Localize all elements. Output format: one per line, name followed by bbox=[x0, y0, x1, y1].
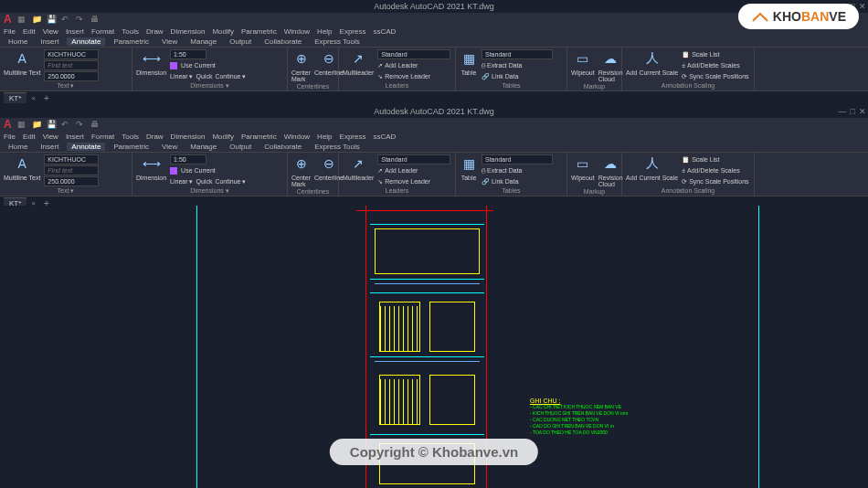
save-icon[interactable]: 💾 bbox=[47, 120, 56, 129]
link-data-button[interactable]: 🔗 Link Data bbox=[482, 71, 553, 81]
text-height-dropdown[interactable]: 250.0000 bbox=[44, 176, 99, 186]
center-mark-button[interactable]: ⊕Center Mark bbox=[291, 49, 311, 82]
multiline-text-button[interactable]: AMultiline Text bbox=[4, 154, 40, 181]
text-height-dropdown[interactable]: 250.0000 bbox=[44, 71, 99, 81]
linear-button[interactable]: Linear ▾ bbox=[170, 71, 193, 81]
menu-view[interactable]: View bbox=[43, 133, 58, 141]
menu-dimension[interactable]: Dimension bbox=[171, 27, 206, 36]
panel-title-text[interactable]: Text ▾ bbox=[4, 81, 128, 90]
multileader-button[interactable]: ↗Multileader bbox=[343, 49, 374, 76]
menu-parametric[interactable]: Parametric bbox=[241, 133, 277, 141]
menu-format[interactable]: Format bbox=[91, 27, 114, 36]
menu-modify[interactable]: Modify bbox=[212, 133, 234, 141]
menu-express[interactable]: Express bbox=[340, 27, 366, 36]
tab-close-icon[interactable]: × bbox=[28, 94, 38, 102]
menu-file[interactable]: File bbox=[4, 27, 16, 36]
continue-button[interactable]: Continue ▾ bbox=[215, 71, 246, 81]
linear-button[interactable]: Linear ▾ bbox=[170, 176, 193, 186]
add-scale-button[interactable]: 人Add Current Scale bbox=[626, 154, 678, 181]
close-icon[interactable]: ✕ bbox=[859, 107, 866, 116]
menu-help[interactable]: Help bbox=[317, 27, 332, 36]
center-mark-button[interactable]: ⊕Center Mark bbox=[291, 154, 311, 187]
table-style-dropdown[interactable]: Standard bbox=[482, 154, 553, 164]
sync-scale-button[interactable]: ⟳ Sync Scale Positions bbox=[682, 71, 748, 81]
open-icon[interactable]: 📁 bbox=[32, 120, 41, 129]
tab-annotate[interactable]: Annotate bbox=[67, 143, 105, 151]
text-style-dropdown[interactable]: KICHTHUOC bbox=[44, 49, 99, 59]
redo-icon[interactable]: ↷ bbox=[76, 15, 85, 24]
tab-insert[interactable]: Insert bbox=[36, 37, 63, 46]
tab-collaborate[interactable]: Collaborate bbox=[259, 37, 306, 46]
menu-parametric[interactable]: Parametric bbox=[241, 27, 277, 36]
redo-icon[interactable]: ↷ bbox=[76, 120, 85, 129]
undo-icon[interactable]: ↶ bbox=[61, 15, 70, 24]
menu-express[interactable]: Express bbox=[340, 133, 366, 141]
menu-file[interactable]: File bbox=[4, 133, 16, 141]
extract-data-button[interactable]: ⎙ Extract Data bbox=[482, 60, 553, 70]
tab-view[interactable]: View bbox=[157, 143, 182, 151]
find-text-input[interactable]: Find text bbox=[44, 60, 99, 70]
tab-parametric[interactable]: Parametric bbox=[109, 37, 153, 46]
menu-window[interactable]: Window bbox=[284, 133, 310, 141]
add-scale-button[interactable]: 人Add Current Scale bbox=[626, 49, 678, 76]
extract-data-button[interactable]: ⎙ Extract Data bbox=[482, 165, 553, 175]
new-icon[interactable]: ▦ bbox=[17, 120, 26, 129]
save-icon[interactable]: 💾 bbox=[47, 15, 56, 24]
scale-dropdown[interactable]: 1:50 bbox=[170, 154, 206, 164]
table-button[interactable]: ▦Table bbox=[460, 154, 478, 181]
menu-edit[interactable]: Edit bbox=[23, 133, 36, 141]
continue-button[interactable]: Continue ▾ bbox=[215, 176, 246, 186]
multiline-text-button[interactable]: A Multiline Text bbox=[4, 49, 40, 76]
autocad-logo-icon[interactable]: A bbox=[4, 13, 12, 26]
add-delete-scales-button[interactable]: ± Add/Delete Scales bbox=[682, 165, 748, 175]
tab-manage[interactable]: Manage bbox=[185, 37, 221, 46]
menu-tools[interactable]: Tools bbox=[122, 133, 139, 141]
use-current-button[interactable]: Use Current bbox=[170, 165, 246, 175]
menu-draw[interactable]: Draw bbox=[146, 27, 164, 36]
menu-modify[interactable]: Modify bbox=[212, 27, 234, 36]
close-icon[interactable]: ✕ bbox=[859, 2, 866, 11]
add-leader-button[interactable]: ↗ Add Leader bbox=[377, 60, 450, 70]
tab-manage[interactable]: Manage bbox=[185, 143, 221, 151]
print-icon[interactable]: 🖶 bbox=[90, 15, 100, 24]
menu-window[interactable]: Window bbox=[284, 27, 310, 36]
menu-sscad[interactable]: ssCAD bbox=[373, 133, 396, 141]
tab-collaborate[interactable]: Collaborate bbox=[259, 143, 306, 151]
dimension-button[interactable]: ⟷ Dimension bbox=[136, 49, 166, 76]
leader-style-dropdown[interactable]: Standard bbox=[377, 154, 450, 164]
scale-list-button[interactable]: 📋 Scale List bbox=[682, 49, 748, 59]
remove-leader-button[interactable]: ↘ Remove Leader bbox=[377, 176, 450, 186]
document-tab-kt[interactable]: KT* bbox=[4, 92, 26, 103]
menu-tools[interactable]: Tools bbox=[122, 27, 139, 36]
tab-parametric[interactable]: Parametric bbox=[109, 143, 153, 151]
table-button[interactable]: ▦Table bbox=[460, 49, 478, 76]
tab-home[interactable]: Home bbox=[4, 143, 32, 151]
scale-list-button[interactable]: 📋 Scale List bbox=[682, 154, 748, 164]
table-style-dropdown[interactable]: Standard bbox=[482, 49, 553, 59]
tab-annotate[interactable]: Annotate bbox=[67, 37, 105, 46]
tab-home[interactable]: Home bbox=[4, 37, 32, 46]
undo-icon[interactable]: ↶ bbox=[61, 120, 70, 129]
menu-dimension[interactable]: Dimension bbox=[171, 133, 206, 141]
open-icon[interactable]: 📁 bbox=[32, 15, 41, 24]
use-current-button[interactable]: Use Current bbox=[170, 60, 246, 70]
add-leader-button[interactable]: ↗ Add Leader bbox=[377, 165, 450, 175]
quick-button[interactable]: Quick bbox=[196, 176, 212, 186]
tab-expresstools[interactable]: Express Tools bbox=[310, 37, 365, 46]
tab-new-icon[interactable]: + bbox=[40, 93, 53, 103]
menu-draw[interactable]: Draw bbox=[146, 133, 164, 141]
minimize-icon[interactable]: — bbox=[839, 107, 847, 116]
link-data-button[interactable]: 🔗 Link Data bbox=[482, 176, 553, 186]
leader-style-dropdown[interactable]: Standard bbox=[377, 49, 450, 59]
scale-dropdown[interactable]: 1:50 bbox=[170, 49, 206, 59]
menu-view[interactable]: View bbox=[43, 27, 58, 36]
new-icon[interactable]: ▦ bbox=[17, 15, 26, 24]
wipeout-button[interactable]: ▭Wipeout bbox=[571, 154, 595, 181]
menu-sscad[interactable]: ssCAD bbox=[373, 27, 396, 36]
menu-edit[interactable]: Edit bbox=[23, 27, 36, 36]
panel-title-dim[interactable]: Dimensions ▾ bbox=[136, 81, 283, 90]
menu-help[interactable]: Help bbox=[317, 133, 332, 141]
tab-output[interactable]: Output bbox=[225, 37, 256, 46]
tab-output[interactable]: Output bbox=[225, 143, 256, 151]
dimension-button[interactable]: ⟷Dimension bbox=[136, 154, 166, 181]
